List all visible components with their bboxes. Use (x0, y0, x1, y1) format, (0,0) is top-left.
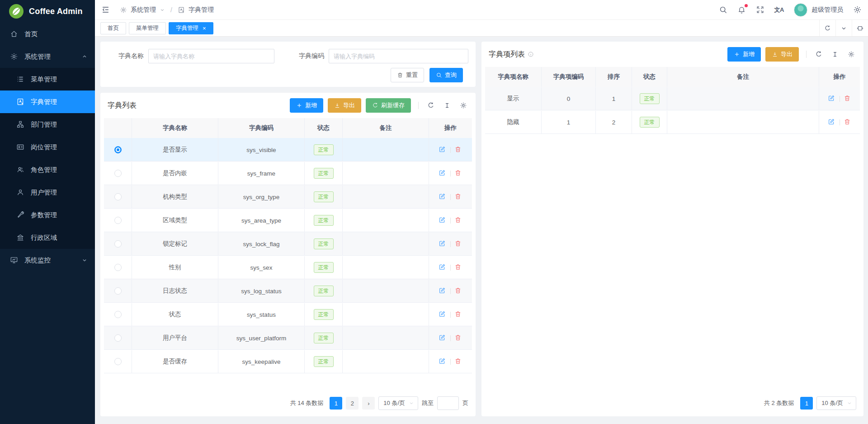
row-radio-checked[interactable] (114, 146, 122, 153)
delete-icon[interactable] (454, 240, 462, 248)
tab-home[interactable]: 首页 (100, 22, 126, 34)
edit-icon[interactable] (439, 287, 447, 295)
sidebar-item-monitor[interactable]: 系统监控 (0, 249, 95, 272)
table-row[interactable]: 区域类型 sys_area_type 正常 (104, 209, 472, 232)
delete-icon[interactable] (454, 357, 462, 366)
row-radio[interactable] (114, 170, 122, 177)
table-header-row: 字典名称 字典编码 状态 备注 操作 (104, 118, 472, 138)
delete-icon[interactable] (844, 95, 852, 103)
table-row[interactable]: 锁定标记 sys_lock_flag 正常 (104, 232, 472, 256)
tab-menu-mgmt[interactable]: 菜单管理 (129, 22, 166, 34)
edit-icon[interactable] (828, 95, 836, 103)
sidebar-item-dept-mgmt[interactable]: 部门管理 (0, 113, 95, 136)
row-radio[interactable] (114, 240, 122, 248)
search-button[interactable] (719, 5, 727, 14)
fullscreen-button[interactable] (756, 5, 764, 14)
delete-icon[interactable] (454, 287, 462, 295)
sidebar-item-home[interactable]: 首页 (0, 23, 95, 45)
user-menu[interactable]: 超级管理员 (794, 3, 843, 17)
row-radio[interactable] (114, 311, 122, 318)
table-settings-button[interactable] (845, 48, 857, 60)
table-settings-button[interactable] (458, 100, 469, 111)
row-radio[interactable] (114, 334, 122, 342)
delete-icon[interactable] (454, 216, 462, 224)
refresh-tab-button[interactable] (819, 20, 835, 36)
row-radio[interactable] (114, 264, 122, 271)
table-row[interactable]: 显示 0 1 正常 (485, 87, 860, 110)
settings-button[interactable] (853, 5, 862, 14)
refresh-table-button[interactable] (813, 48, 825, 60)
delete-icon[interactable] (454, 263, 462, 272)
table-row[interactable]: 日志状态 sys_log_status 正常 (104, 279, 472, 303)
collapse-sidebar-button[interactable] (101, 5, 110, 14)
delete-icon[interactable] (454, 169, 462, 177)
sidebar-item-dict-mgmt[interactable]: 字典管理 (0, 91, 95, 113)
page-1-button[interactable]: 1 (330, 397, 342, 410)
table-row[interactable]: 是否内嵌 sys_frame 正常 (104, 162, 472, 185)
edit-icon[interactable] (439, 240, 447, 248)
reset-button[interactable]: 重置 (391, 68, 424, 82)
sidebar-item-role-mgmt[interactable]: 角色管理 (0, 158, 95, 181)
item-code-cell: 1 (542, 111, 596, 133)
delete-icon[interactable] (454, 193, 462, 201)
edit-icon[interactable] (439, 263, 447, 272)
delete-icon[interactable] (844, 118, 852, 126)
page-2-button[interactable]: 2 (346, 397, 359, 410)
table-density-button[interactable] (829, 48, 841, 60)
dict-code-cell: sys_area_type (218, 209, 305, 232)
sidebar-item-user-mgmt[interactable]: 用户管理 (0, 181, 95, 204)
breadcrumb-parent[interactable]: 系统管理 (131, 6, 156, 14)
table-row[interactable]: 状态 sys_status 正常 (104, 303, 472, 326)
note-cell (343, 303, 429, 326)
dict-code-input[interactable] (329, 49, 468, 63)
table-row[interactable]: 用户平台 sys_user_platform 正常 (104, 326, 472, 350)
row-radio[interactable] (114, 217, 122, 224)
delete-icon[interactable] (454, 310, 462, 319)
table-row[interactable]: 是否显示 sys_visible 正常 (104, 138, 472, 162)
table-row[interactable]: 性别 sys_sex 正常 (104, 256, 472, 279)
row-radio[interactable] (114, 193, 122, 200)
sidebar-item-post-mgmt[interactable]: 岗位管理 (0, 136, 95, 158)
sidebar-item-system[interactable]: 系统管理 (0, 45, 95, 68)
edit-icon[interactable] (439, 146, 447, 154)
refresh-cache-button[interactable]: 刷新缓存 (366, 98, 411, 113)
table-row[interactable]: 是否缓存 sys_keepalive 正常 (104, 350, 472, 373)
delete-icon[interactable] (454, 334, 462, 342)
refresh-table-button[interactable] (425, 100, 437, 111)
export-dict-button[interactable]: 导出 (328, 98, 361, 113)
edit-icon[interactable] (828, 118, 836, 126)
add-dict-button[interactable]: 新增 (290, 98, 323, 113)
page-size-select[interactable]: 10 条/页 (816, 396, 856, 410)
sidebar-item-param-mgmt[interactable]: 参数管理 (0, 204, 95, 226)
next-page-button[interactable]: › (362, 397, 375, 410)
sidebar-item-admin-region[interactable]: 行政区域 (0, 226, 95, 249)
edit-icon[interactable] (439, 216, 447, 224)
sidebar-item-label: 部门管理 (31, 120, 88, 129)
tab-dict-mgmt[interactable]: 字典管理× (169, 22, 213, 34)
language-switch-button[interactable]: 文A (774, 6, 784, 14)
edit-icon[interactable] (439, 310, 447, 319)
edit-icon[interactable] (439, 193, 447, 201)
query-button[interactable]: 查询 (429, 68, 463, 82)
add-dict-item-button[interactable]: 新增 (727, 47, 761, 62)
tab-options-button[interactable] (835, 20, 852, 36)
export-dict-items-button[interactable]: 导出 (765, 47, 799, 62)
page-size-select[interactable]: 10 条/页 (378, 396, 418, 410)
row-radio[interactable] (114, 358, 122, 365)
maximize-content-button[interactable] (852, 20, 868, 36)
table-row[interactable]: 机构类型 sys_org_type 正常 (104, 185, 472, 209)
edit-icon[interactable] (439, 357, 447, 366)
edit-icon[interactable] (439, 334, 447, 342)
jump-page-input[interactable] (437, 396, 459, 410)
table-density-button[interactable] (441, 100, 453, 111)
sidebar-item-menu-mgmt[interactable]: 菜单管理 (0, 68, 95, 91)
page-1-button[interactable]: 1 (800, 397, 813, 410)
dict-name-input[interactable] (148, 49, 274, 63)
close-icon[interactable]: × (203, 25, 206, 31)
edit-icon[interactable] (439, 169, 447, 177)
gear-icon (853, 5, 862, 14)
row-radio[interactable] (114, 287, 122, 295)
table-row[interactable]: 隐藏 1 2 正常 (485, 110, 860, 134)
notifications-button[interactable] (737, 5, 746, 14)
delete-icon[interactable] (454, 146, 462, 154)
